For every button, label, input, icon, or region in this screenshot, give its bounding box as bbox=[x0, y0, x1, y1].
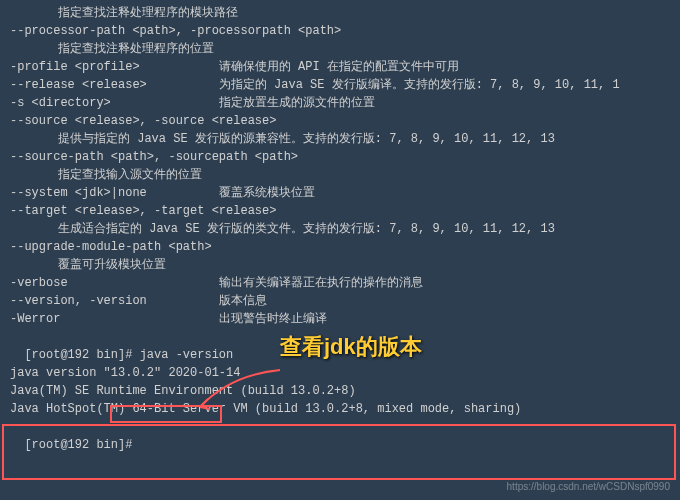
terminal-prompt-line[interactable]: [root@192 bin]# bbox=[10, 418, 670, 454]
terminal-output: java version "13.0.2" 2020-01-14 bbox=[10, 364, 670, 382]
watermark-text: https://blog.csdn.net/wCSDNspf0990 bbox=[507, 478, 670, 496]
terminal-line: 指定查找输入源文件的位置 bbox=[10, 166, 670, 184]
terminal-line: --target <release>, -target <release> bbox=[10, 202, 670, 220]
terminal-line: --source <release>, -source <release> bbox=[10, 112, 670, 130]
terminal-line: --release <release> 为指定的 Java SE 发行版编译。支… bbox=[10, 76, 670, 94]
terminal-line: --processor-path <path>, -processorpath … bbox=[10, 22, 670, 40]
terminal-line: 覆盖可升级模块位置 bbox=[10, 256, 670, 274]
terminal-line: 生成适合指定的 Java SE 发行版的类文件。支持的发行版: 7, 8, 9,… bbox=[10, 220, 670, 238]
terminal-line: -s <directory> 指定放置生成的源文件的位置 bbox=[10, 94, 670, 112]
terminal-line: --upgrade-module-path <path> bbox=[10, 238, 670, 256]
command-text: java -version bbox=[140, 348, 234, 362]
terminal-line: -verbose 输出有关编译器正在执行的操作的消息 bbox=[10, 274, 670, 292]
terminal-line: 指定查找注释处理程序的模块路径 bbox=[10, 4, 670, 22]
annotation-label: 查看jdk的版本 bbox=[280, 338, 422, 356]
terminal-line: --version, -version 版本信息 bbox=[10, 292, 670, 310]
terminal-line: -Werror 出现警告时终止编译 bbox=[10, 310, 670, 328]
terminal-output: Java HotSpot(TM) 64-Bit Server VM (build… bbox=[10, 400, 670, 418]
terminal-line: 指定查找注释处理程序的位置 bbox=[10, 40, 670, 58]
terminal-line: --system <jdk>|none 覆盖系统模块位置 bbox=[10, 184, 670, 202]
terminal-line: -profile <profile> 请确保使用的 API 在指定的配置文件中可… bbox=[10, 58, 670, 76]
terminal-output: Java(TM) SE Runtime Environment (build 1… bbox=[10, 382, 670, 400]
shell-prompt: [root@192 bin]# bbox=[24, 348, 139, 362]
shell-prompt: [root@192 bin]# bbox=[24, 438, 139, 452]
terminal-line: --source-path <path>, -sourcepath <path> bbox=[10, 148, 670, 166]
terminal-line: 提供与指定的 Java SE 发行版的源兼容性。支持的发行版: 7, 8, 9,… bbox=[10, 130, 670, 148]
